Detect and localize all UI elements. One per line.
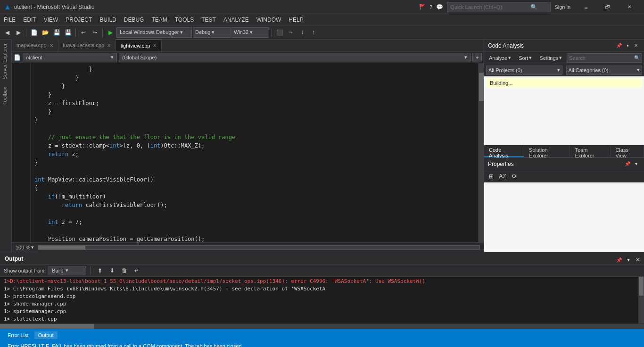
- props-dropdown-button[interactable]: ▾: [632, 160, 640, 168]
- menu-analyze[interactable]: ANALYZE: [220, 14, 253, 25]
- tab-lightview-close[interactable]: ✕: [153, 43, 157, 48]
- tab-luavaluecasts[interactable]: luavaluecasts.cpp ✕: [58, 39, 116, 51]
- bp-line-4: 1> shadermanager.cpp: [4, 300, 640, 308]
- sort-button[interactable]: Sort ▾: [516, 54, 535, 62]
- status-bar: Error HRESULT E_FAIL has been returned f…: [0, 341, 644, 347]
- step-out-button[interactable]: ↑: [308, 27, 319, 38]
- open-file-button[interactable]: 📂: [40, 27, 50, 38]
- props-alpha-button[interactable]: AZ: [497, 171, 508, 182]
- menu-team[interactable]: TEAM: [148, 14, 171, 25]
- add-member-button[interactable]: +: [472, 53, 482, 62]
- scroll-thumb[interactable]: [479, 73, 484, 101]
- zoom-dropdown[interactable]: 100 % ▾: [16, 244, 34, 250]
- right-tab-team-explorer[interactable]: Team Explorer: [570, 145, 611, 157]
- project-selector[interactable]: otclient▾: [23, 53, 117, 62]
- bp-clear-button[interactable]: 🗑: [120, 266, 129, 275]
- bp-h-scroll-area[interactable]: [0, 323, 644, 329]
- ca-dropdown-button[interactable]: ▾: [623, 41, 632, 50]
- debugger-dropdown[interactable]: Local Windows Debugger ▾: [116, 27, 192, 38]
- horizontal-scrollbar[interactable]: [38, 245, 480, 250]
- menu-debug[interactable]: DEBUG: [120, 14, 148, 25]
- scope-selector[interactable]: (Global Scope)▾: [119, 53, 471, 62]
- save-button[interactable]: 💾: [51, 27, 62, 38]
- bp-footer-error-list[interactable]: Error List: [4, 331, 33, 339]
- ca-search-box[interactable]: 🔍: [567, 53, 642, 63]
- zoom-value: 100 %: [16, 245, 30, 250]
- toolbar-sep-2: [75, 28, 76, 37]
- save-all-button[interactable]: 💾: [63, 27, 73, 38]
- properties-panel: Properties 📌 ▾ ⊞ AZ ⚙: [484, 157, 644, 252]
- projects-filter[interactable]: All Projects (0) ▾: [486, 66, 562, 75]
- right-tab-code-analysis[interactable]: Code Analysis: [484, 145, 524, 157]
- bp-h-scroll-thumb[interactable]: [0, 324, 94, 329]
- analyze-button[interactable]: Analyze ▾: [486, 54, 514, 62]
- code-editor[interactable]: } } } } z = firstFloor; } } // just ensu…: [12, 63, 484, 242]
- tab-luavaluecasts-close[interactable]: ✕: [107, 43, 111, 48]
- bp-scroll-top-button[interactable]: ⬆: [95, 266, 105, 275]
- output-source-dropdown[interactable]: Build ▾: [49, 266, 86, 275]
- bp-close-button[interactable]: ✕: [634, 256, 642, 264]
- line-numbers: [12, 63, 31, 242]
- code-content[interactable]: } } } } z = firstFloor; } } // just ensu…: [31, 63, 478, 242]
- ca-pin-button[interactable]: 📌: [615, 41, 623, 50]
- bp-word-wrap-button[interactable]: ↵: [132, 266, 141, 275]
- platform-dropdown[interactable]: Win32 ▾: [231, 27, 269, 38]
- menu-build[interactable]: BUILD: [96, 14, 120, 25]
- sign-in-link[interactable]: Sign in: [554, 4, 570, 10]
- back-button[interactable]: ◀: [2, 27, 12, 38]
- settings-button[interactable]: Settings ▾: [537, 54, 565, 62]
- quick-launch-box[interactable]: 🔍: [447, 2, 551, 12]
- right-tab-class-view[interactable]: Class View: [611, 145, 644, 157]
- breakpoint-button[interactable]: ⬛: [274, 27, 285, 38]
- step-in-button[interactable]: ↓: [297, 27, 307, 38]
- quick-launch-input[interactable]: [450, 4, 530, 10]
- menu-project[interactable]: PROJECT: [62, 14, 96, 25]
- right-panel-tabs: Code Analysis Solution Explorer Team Exp…: [484, 145, 644, 157]
- ca-close-button[interactable]: ✕: [632, 41, 640, 50]
- tab-lightview[interactable]: lightview.cpp ✕: [116, 39, 162, 51]
- h-scroll-thumb[interactable]: [38, 246, 85, 249]
- menu-edit[interactable]: EDIT: [19, 14, 40, 25]
- bp-vertical-scrollbar[interactable]: [638, 277, 644, 323]
- bp-content[interactable]: 1>D:\otclient-msvc13-libs\boost_1_55_0\i…: [0, 277, 644, 323]
- props-pages-button[interactable]: ⚙: [509, 171, 519, 182]
- menu-file[interactable]: FILE: [0, 14, 19, 25]
- run-button[interactable]: ▶: [105, 27, 116, 38]
- menu-view[interactable]: VIEW: [40, 14, 62, 25]
- new-file-button[interactable]: 📄: [29, 27, 39, 38]
- bp-dropdown-button[interactable]: ▾: [624, 256, 633, 264]
- props-categorized-button[interactable]: ⊞: [486, 171, 496, 182]
- categories-filter[interactable]: All Categories (0) ▾: [566, 66, 643, 75]
- right-panel: Code Analysis 📌 ▾ ✕ Analyze ▾ Sort ▾ Set…: [484, 40, 644, 252]
- bp-line-1: 1>D:\otclient-msvc13-libs\boost_1_55_0\i…: [4, 278, 640, 285]
- forward-button[interactable]: ▶: [13, 27, 24, 38]
- menu-help[interactable]: HELP: [285, 14, 307, 25]
- ca-filters: All Projects (0) ▾ All Categories (0) ▾: [484, 64, 644, 76]
- server-explorer-tab[interactable]: Server Explorer: [0, 40, 11, 83]
- bp-scroll-bottom-button[interactable]: ⬇: [107, 266, 117, 275]
- vertical-scrollbar[interactable]: [478, 63, 484, 242]
- ca-search-input[interactable]: [569, 55, 634, 61]
- tab-mapview[interactable]: mapview.cpp ✕: [12, 39, 58, 51]
- bp-footer-output[interactable]: Output: [34, 331, 58, 339]
- bp-scroll-thumb[interactable]: [639, 277, 644, 296]
- step-over-button[interactable]: →: [286, 27, 296, 38]
- close-button[interactable]: ✕: [619, 0, 640, 14]
- ca-header: Code Analysis 📌 ▾ ✕: [484, 40, 644, 52]
- menu-test[interactable]: TEST: [198, 14, 220, 25]
- bp-tab-bar: Output 📌 ▾ ✕: [0, 252, 644, 264]
- minimize-button[interactable]: 🗕: [575, 0, 597, 14]
- right-tab-solution-explorer[interactable]: Solution Explorer: [524, 145, 570, 157]
- redo-button[interactable]: ↪: [90, 27, 100, 38]
- undo-button[interactable]: ↩: [78, 27, 89, 38]
- title-bar: ▲ otclient - Microsoft Visual Studio 🚩 7…: [0, 0, 644, 14]
- bp-pin-button[interactable]: 📌: [615, 256, 623, 264]
- tab-mapview-close[interactable]: ✕: [50, 43, 53, 48]
- toolbox-tab[interactable]: Toolbox: [0, 83, 11, 108]
- maximize-button[interactable]: 🗗: [597, 0, 619, 14]
- menu-tools[interactable]: TOOLS: [171, 14, 198, 25]
- code-line-10: z = stdext::clamp<int>(z, 0, (int)Otc::M…: [34, 141, 474, 150]
- menu-window[interactable]: WINDOW: [253, 14, 285, 25]
- config-dropdown[interactable]: Debug ▾: [193, 27, 231, 38]
- props-pin-button[interactable]: 📌: [623, 160, 632, 168]
